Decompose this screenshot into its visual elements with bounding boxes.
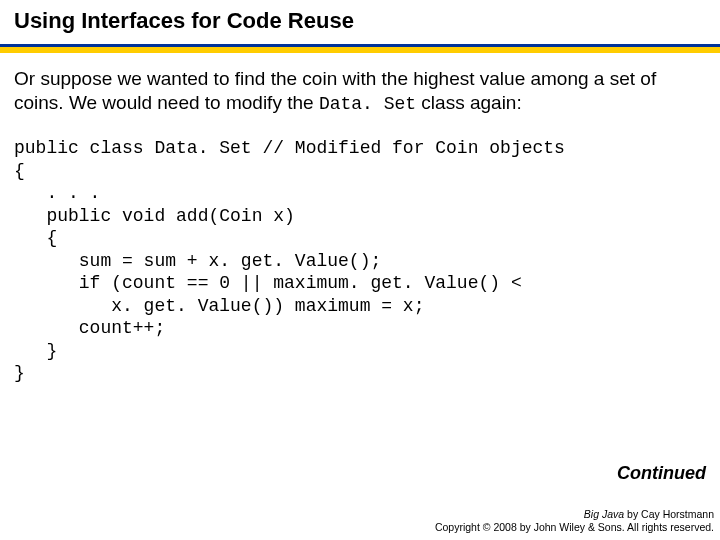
- code-line: }: [14, 362, 706, 385]
- continued-label: Continued: [617, 463, 706, 484]
- code-line: {: [14, 227, 706, 250]
- book-title: Big Java: [584, 508, 624, 520]
- code-line: if (count == 0 || maximum. get. Value() …: [14, 272, 706, 295]
- code-line: count++;: [14, 317, 706, 340]
- footer-line-1: Big Java by Cay Horstmann: [435, 508, 714, 521]
- slide: Using Interfaces for Code Reuse Or suppo…: [0, 0, 720, 540]
- code-line: x. get. Value()) maximum = x;: [14, 295, 706, 318]
- code-line: }: [14, 340, 706, 363]
- intro-text-2: class again:: [416, 92, 522, 113]
- slide-title: Using Interfaces for Code Reuse: [14, 8, 706, 34]
- intro-code-inline: Data. Set: [319, 94, 416, 114]
- code-line: public class Data. Set // Modified for C…: [14, 137, 706, 160]
- code-line: sum = sum + x. get. Value();: [14, 250, 706, 273]
- footer-copyright: Copyright © 2008 by John Wiley & Sons. A…: [435, 521, 714, 534]
- code-line: public void add(Coin x): [14, 205, 706, 228]
- code-block: public class Data. Set // Modified for C…: [14, 137, 706, 385]
- code-line: {: [14, 160, 706, 183]
- code-line: . . .: [14, 182, 706, 205]
- slide-body: Or suppose we wanted to find the coin wi…: [0, 53, 720, 385]
- intro-paragraph: Or suppose we wanted to find the coin wi…: [14, 67, 706, 115]
- title-block: Using Interfaces for Code Reuse: [0, 0, 720, 38]
- book-author: by Cay Horstmann: [624, 508, 714, 520]
- footer: Big Java by Cay Horstmann Copyright © 20…: [435, 508, 714, 534]
